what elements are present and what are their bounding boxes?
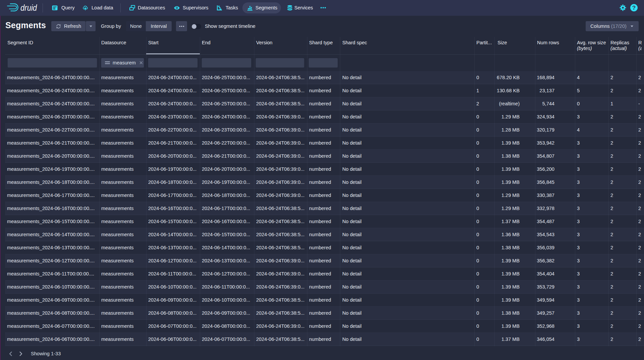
svg-text:?: ? [632,5,636,11]
